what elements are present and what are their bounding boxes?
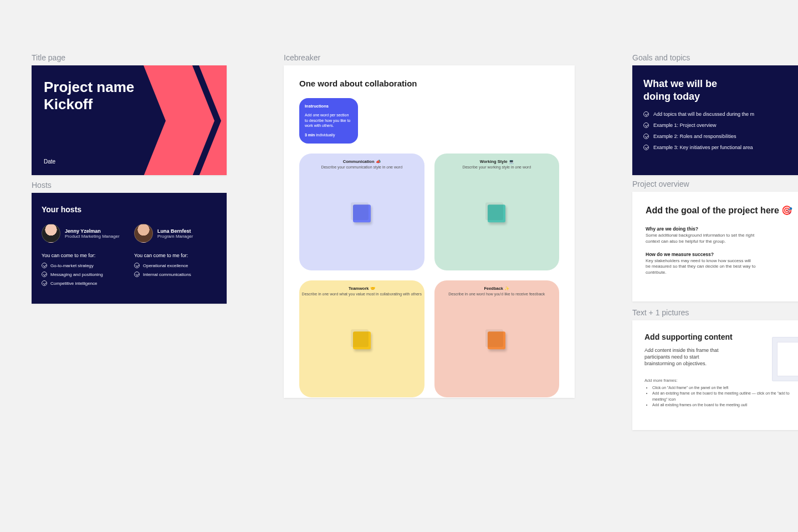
- project-q2[interactable]: How do we measure success?: [646, 252, 798, 257]
- host-col-1: Jenny Yzelman Product Marketing Manager …: [42, 224, 124, 289]
- textpic-body[interactable]: Add content inside this frame that parti…: [644, 347, 722, 367]
- icebreaker-frame[interactable]: One word about collaboration Instruction…: [284, 65, 575, 398]
- zone-feedback[interactable]: Feedback ✨ Describe in one word how you'…: [434, 280, 560, 397]
- avatar: [134, 224, 153, 243]
- goal-item[interactable]: Example 3: Key initiatives per functiona…: [643, 145, 798, 150]
- project-overview-frame[interactable]: Add the goal of the project here 🎯 Why a…: [632, 192, 798, 301]
- zone-subtitle: Describe your communication style in one…: [299, 165, 424, 169]
- avatar: [42, 224, 60, 243]
- sticky-note[interactable]: [353, 205, 371, 223]
- come-to-me-label: You can come to me for:: [134, 253, 217, 258]
- zone-subtitle: Describe in one word what you value most…: [299, 292, 424, 296]
- zone-working-style[interactable]: Working Style 💻 Describe your working st…: [434, 154, 560, 270]
- host-col-2: Luna Bernfest Program Manager You can co…: [134, 224, 217, 289]
- list-item[interactable]: Add all existing frames on the board to …: [652, 402, 798, 408]
- goals-frame[interactable]: What we will bedoing today Add topics th…: [632, 65, 798, 175]
- sticky-note[interactable]: [488, 205, 505, 223]
- host-name[interactable]: Jenny Yzelman: [65, 228, 120, 234]
- sticky-note[interactable]: [488, 332, 505, 350]
- instructions-time: 3 min individually: [305, 132, 352, 137]
- project-heading[interactable]: Add the goal of the project here 🎯: [646, 205, 798, 216]
- check-icon: [643, 145, 649, 150]
- frame-label-goals: Goals and topics: [632, 53, 690, 62]
- project-a1[interactable]: Some additional background information t…: [646, 233, 756, 245]
- hosts-heading[interactable]: Your hosts: [42, 205, 217, 214]
- zone-subtitle: Describe your working style in one word: [434, 165, 560, 169]
- frame-label-project: Project overview: [632, 180, 689, 188]
- project-a2[interactable]: Key stakeholders may need to know how su…: [646, 258, 756, 276]
- frame-label-textpic: Text + 1 pictures: [632, 308, 689, 317]
- host-bullet[interactable]: Operational excellence: [134, 263, 217, 268]
- host-bullet[interactable]: Competitive intelligence: [42, 280, 124, 286]
- host-bullet[interactable]: Internal communications: [134, 272, 217, 277]
- come-to-me-label: You can come to me for:: [42, 253, 124, 258]
- check-icon: [134, 263, 140, 268]
- check-icon: [643, 111, 649, 117]
- check-icon: [643, 122, 649, 128]
- goal-item[interactable]: Example 1: Project overview: [643, 122, 798, 128]
- frame-label-title: Title page: [32, 53, 65, 62]
- goal-item[interactable]: Example 2: Roles and responsibilities: [643, 134, 798, 139]
- title-page-frame[interactable]: Project name Kickoff Date: [32, 65, 227, 175]
- frame-label-hosts: Hosts: [32, 181, 52, 190]
- host-name[interactable]: Luna Bernfest: [157, 228, 193, 234]
- icebreaker-heading[interactable]: One word about collaboration: [299, 79, 559, 88]
- hosts-frame[interactable]: Your hosts Jenny Yzelman Product Marketi…: [32, 193, 227, 304]
- sticky-note[interactable]: [353, 332, 371, 350]
- image-placeholder[interactable]: [772, 337, 798, 381]
- zone-title: Communication 📣: [299, 159, 424, 164]
- project-q1[interactable]: Why are we doing this?: [646, 226, 798, 232]
- list-item[interactable]: Click on "Add frame" on the panel on the…: [652, 385, 798, 391]
- goals-heading[interactable]: What we will bedoing today: [643, 78, 798, 103]
- add-more-frames-list: Click on "Add frame" on the panel on the…: [644, 385, 798, 408]
- check-icon: [42, 263, 47, 268]
- instructions-title: Instructions: [305, 104, 352, 109]
- zone-teamwork[interactable]: Teamwork 🤝 Describe in one word what you…: [299, 280, 424, 397]
- zone-title: Working Style 💻: [434, 159, 560, 164]
- host-bullet[interactable]: Messaging and positioning: [42, 272, 124, 277]
- zone-title: Teamwork 🤝: [299, 286, 424, 291]
- host-role[interactable]: Program Manager: [157, 234, 193, 239]
- textpic-frame[interactable]: Add supporting content Add content insid…: [632, 320, 798, 430]
- zone-communication[interactable]: Communication 📣 Describe your communicat…: [299, 154, 424, 270]
- zone-subtitle: Describe in one word how you'd like to r…: [434, 292, 560, 296]
- host-bullet[interactable]: Go-to-market strategy: [42, 263, 124, 268]
- check-icon: [42, 280, 47, 286]
- check-icon: [134, 272, 140, 277]
- check-icon: [643, 134, 649, 139]
- zone-title: Feedback ✨: [434, 286, 560, 291]
- list-item[interactable]: Add an existing frame on the board to th…: [652, 391, 798, 402]
- title-date[interactable]: Date: [44, 158, 55, 165]
- frame-label-icebreaker: Icebreaker: [284, 53, 320, 62]
- goal-item[interactable]: Add topics that will be discussed during…: [643, 111, 798, 117]
- instructions-card[interactable]: Instructions Add one word per section to…: [299, 98, 358, 144]
- host-role[interactable]: Product Marketing Manager: [65, 234, 120, 239]
- chevron-decoration-icon: [126, 65, 214, 175]
- instructions-body: Add one word per section to describe how…: [305, 113, 351, 127]
- title-heading[interactable]: Project name Kickoff: [44, 79, 134, 113]
- check-icon: [42, 272, 47, 277]
